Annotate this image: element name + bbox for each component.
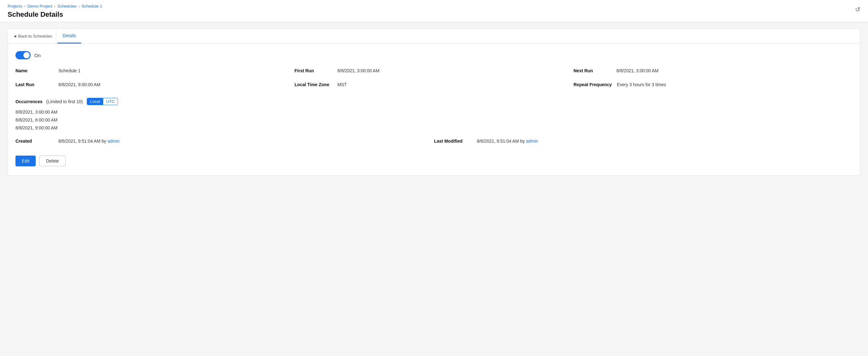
created-user-link[interactable]: admin: [107, 138, 120, 143]
delete-button[interactable]: Delete: [39, 156, 65, 166]
created-value: 8/6/2021, 9:51:04 AM by admin: [58, 138, 120, 143]
local-timezone-pair: Local Time Zone MST: [294, 82, 574, 87]
next-run-label: Next Run: [574, 68, 611, 73]
toggle-state-label: On: [34, 53, 41, 58]
created-label: Created: [16, 138, 53, 143]
local-timezone-label: Local Time Zone: [294, 82, 332, 87]
last-modified-label: Last Modified: [434, 138, 472, 143]
name-label: Name: [16, 68, 53, 73]
back-to-schedules[interactable]: ◄ Back to Schedules: [13, 29, 56, 43]
repeat-frequency-label: Repeat Frequency: [574, 82, 612, 87]
tab-bar: ◄ Back to Schedules Details: [8, 29, 860, 43]
next-run-pair: Next Run 8/8/2021, 3:00:00 AM: [574, 68, 852, 73]
occurrence-item-2: 8/8/2021, 6:00:00 AM: [16, 116, 852, 124]
breadcrumb-sep-2: ›: [54, 4, 56, 8]
local-utc-toggle[interactable]: Local UTC: [87, 98, 118, 105]
local-toggle-btn[interactable]: Local: [87, 98, 103, 105]
occurrence-item-1: 8/8/2021, 3:00:00 AM: [16, 108, 852, 116]
created-section: Created 8/6/2021, 9:51:04 AM by admin La…: [16, 138, 852, 148]
next-run-value: 8/8/2021, 3:00:00 AM: [616, 68, 658, 73]
repeat-frequency-value: Every 3 hours for 3 times: [617, 82, 666, 87]
occurrence-list: 8/8/2021, 3:00:00 AM 8/8/2021, 6:00:00 A…: [16, 108, 852, 132]
first-run-label: First Run: [294, 68, 332, 73]
name-value: Schedule 1: [58, 68, 81, 73]
occurrence-item-3: 8/8/2021, 9:00:00 AM: [16, 124, 852, 132]
tab-details[interactable]: Details: [57, 29, 81, 43]
last-modified-pair: Last Modified 8/6/2021, 9:51:04 AM by ad…: [434, 138, 852, 143]
first-run-pair: First Run 8/8/2021, 3:00:00 AM: [294, 68, 574, 73]
breadcrumb: Projects › Demo Project › Schedules › Sc…: [7, 4, 861, 8]
occurrences-label: Occurrences: [16, 99, 42, 104]
repeat-frequency-pair: Repeat Frequency Every 3 hours for 3 tim…: [574, 82, 852, 87]
breadcrumb-demo-project[interactable]: Demo Project: [27, 4, 52, 8]
breadcrumb-schedules[interactable]: Schedules: [57, 4, 77, 8]
schedule-card: ◄ Back to Schedules Details On Name Sche…: [7, 28, 861, 175]
utc-toggle-btn[interactable]: UTC: [103, 98, 118, 105]
card-body: On Name Schedule 1 First Run 8/8/2021, 3…: [8, 43, 860, 175]
breadcrumb-sep-1: ›: [24, 4, 26, 8]
last-run-value: 8/8/2021, 9:00:00 AM: [58, 82, 100, 87]
first-run-value: 8/8/2021, 3:00:00 AM: [337, 68, 379, 73]
name-pair: Name Schedule 1: [16, 68, 294, 73]
edit-button[interactable]: Edit: [16, 156, 36, 166]
toggle-row: On: [16, 51, 852, 59]
breadcrumb-sep-3: ›: [78, 4, 80, 8]
created-pair: Created 8/6/2021, 9:51:04 AM by admin: [16, 138, 434, 143]
breadcrumb-schedule1[interactable]: Schedule 1: [82, 4, 102, 8]
occurrences-note: (Limited to first 10): [46, 99, 83, 104]
last-run-label: Last Run: [16, 82, 53, 87]
page-title: Schedule Details: [7, 10, 861, 19]
last-modified-user-link[interactable]: admin: [526, 138, 538, 143]
last-run-pair: Last Run 8/8/2021, 9:00:00 AM: [16, 82, 294, 87]
actions-row: Edit Delete: [16, 156, 852, 166]
breadcrumb-projects[interactable]: Projects: [7, 4, 23, 8]
toggle-knob: [23, 52, 30, 58]
fields-section: Name Schedule 1 First Run 8/8/2021, 3:00…: [16, 68, 852, 92]
occurrences-section: Occurrences (Limited to first 10) Local …: [16, 98, 852, 132]
local-timezone-value: MST: [337, 82, 347, 87]
main-content: ◄ Back to Schedules Details On Name Sche…: [0, 22, 868, 182]
occurrences-header: Occurrences (Limited to first 10) Local …: [16, 98, 852, 105]
history-icon[interactable]: ↺: [855, 6, 861, 13]
last-modified-value: 8/6/2021, 9:51:04 AM by admin: [477, 138, 538, 143]
schedule-toggle[interactable]: [16, 51, 31, 59]
